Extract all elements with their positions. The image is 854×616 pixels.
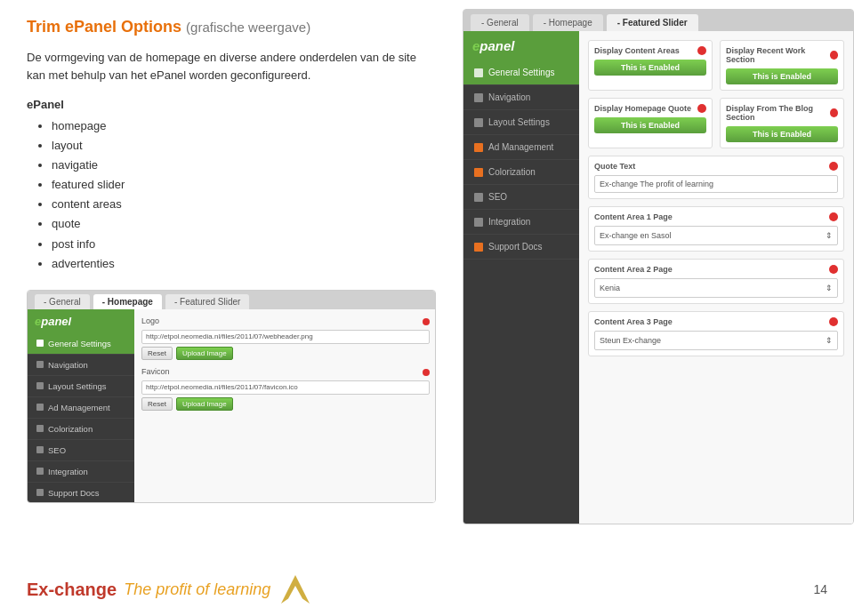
ep-nav-layout[interactable]: Layout Settings	[463, 110, 579, 135]
ep-tab-homepage[interactable]: - Homepage	[533, 14, 603, 31]
integration-icon	[36, 468, 44, 475]
mini-nav-ad[interactable]: Ad Management	[28, 397, 134, 419]
mini-tab-homepage[interactable]: - Homepage	[93, 294, 162, 309]
logo-reset-button[interactable]: Reset	[141, 347, 173, 360]
mini-nav-integration[interactable]: Integration	[28, 461, 134, 483]
ep-nav-integration[interactable]: Integration	[463, 210, 579, 235]
ep-sidebar: epanel General Settings Navigation Layou…	[463, 31, 579, 524]
ep-integration-icon	[474, 218, 483, 227]
content-areas-enabled[interactable]: This is Enabled	[594, 60, 706, 76]
display-recent-work-card: Display Recent Work Section This is Enab…	[720, 40, 844, 91]
favicon-url-display: http://etpol.neomedia.nl/files/2011/07/f…	[141, 380, 430, 395]
content-areas-header: Display Content Areas	[594, 46, 706, 55]
logo-upload-button[interactable]: Upload Image	[176, 347, 233, 360]
logo-red-dot	[423, 318, 430, 325]
favicon-field-header: Favicon	[141, 367, 430, 378]
content-area-2-header: Content Area 2 Page	[594, 265, 838, 274]
ep-tab-featured[interactable]: - Featured Slider	[607, 14, 698, 31]
homepage-quote-title: Display Homepage Quote	[594, 104, 691, 113]
content-area-3-dot	[829, 317, 838, 326]
blog-section-enabled[interactable]: This is Enabled	[726, 126, 838, 142]
blog-section-dot	[830, 108, 838, 117]
mini-tab-general[interactable]: - General	[35, 294, 90, 309]
quote-text-field[interactable]: Ex-change The profit of learning	[594, 175, 838, 193]
ep-settings-icon	[474, 68, 483, 77]
content-area-3-label: Content Area 3 Page	[594, 317, 673, 326]
homepage-quote-enabled[interactable]: This is Enabled	[594, 117, 706, 133]
display-homepage-quote-card: Display Homepage Quote This is Enabled	[588, 98, 713, 148]
ep-tab-general[interactable]: - General	[471, 14, 529, 31]
mini-body: epanel General Settings Navigation Layou…	[28, 309, 436, 503]
ep-tabs: - General - Homepage - Featured Slider	[463, 10, 853, 31]
recent-work-header: Display Recent Work Section	[726, 46, 838, 64]
display-blog-section-card: Display From The Blog Section This is En…	[720, 98, 844, 148]
quote-text-section: Quote Text Ex-change The profit of learn…	[588, 156, 844, 199]
favicon-field-group: Favicon http://etpol.neomedia.nl/files/2…	[141, 367, 430, 411]
page-title: Trim ePanel Options (grafische weergave)	[27, 18, 427, 36]
ep-nav-colorization[interactable]: Colorization	[463, 160, 579, 185]
mini-sidebar: epanel General Settings Navigation Layou…	[28, 309, 134, 503]
blog-section-title: Display From The Blog Section	[726, 104, 830, 122]
mini-nav-general-settings[interactable]: General Settings	[28, 333, 134, 355]
ep-seo-icon	[474, 193, 483, 202]
color-icon	[36, 425, 44, 432]
mini-nav-layout[interactable]: Layout Settings	[28, 376, 134, 397]
logo-label: Logo	[141, 316, 159, 325]
mini-nav-colorization[interactable]: Colorization	[28, 419, 134, 440]
quote-text-label: Quote Text	[594, 162, 635, 171]
seo-icon	[36, 446, 44, 453]
mini-tabs: - General - Homepage - Featured Slider	[28, 291, 436, 309]
list-item: featured slider	[52, 175, 427, 195]
ep-body: epanel General Settings Navigation Layou…	[463, 31, 853, 524]
favicon-reset-button[interactable]: Reset	[141, 397, 173, 411]
content-area-1-select[interactable]: Ex-change en Sasol ⇕	[594, 226, 838, 245]
content-area-3-section: Content Area 3 Page Steun Ex-change ⇕	[588, 311, 844, 356]
ad-icon	[36, 404, 44, 411]
content-area-1-label: Content Area 1 Page	[594, 212, 673, 221]
content-areas-dot	[697, 46, 706, 55]
ep-ad-icon	[474, 143, 483, 152]
ep-nav-seo[interactable]: SEO	[463, 185, 579, 210]
quote-text-header: Quote Text	[594, 162, 838, 171]
content-area-1-header: Content Area 1 Page	[594, 212, 838, 221]
recent-work-title: Display Recent Work Section	[726, 46, 830, 64]
settings-icon	[36, 340, 44, 347]
ep-nav-navigation[interactable]: Navigation	[463, 85, 579, 110]
recent-work-dot	[830, 51, 838, 60]
title-highlight: Trim ePanel Options	[27, 18, 181, 36]
ep-nav: General Settings Navigation Layout Setti…	[463, 60, 579, 260]
ep-color-icon	[474, 168, 483, 177]
homepage-quote-dot	[697, 104, 706, 113]
page-number: 14	[813, 582, 827, 596]
mini-nav-seo[interactable]: SEO	[28, 440, 134, 461]
content-area-3-select[interactable]: Steun Ex-change ⇕	[594, 331, 838, 350]
recent-work-enabled[interactable]: This is Enabled	[726, 68, 838, 84]
list-item: quote	[52, 214, 427, 234]
feature-list: homepage layout navigatie featured slide…	[27, 116, 427, 274]
support-icon	[36, 489, 44, 496]
svg-marker-0	[281, 575, 310, 604]
mini-nav-navigation[interactable]: Navigation	[28, 355, 134, 376]
display-content-areas-card: Display Content Areas This is Enabled	[588, 40, 713, 91]
footer-arrow-icon	[278, 572, 313, 607]
homepage-quote-header: Display Homepage Quote	[594, 104, 706, 113]
favicon-upload-button[interactable]: Upload Image	[176, 397, 233, 411]
list-item: content areas	[52, 195, 427, 214]
content-area-2-dot	[829, 265, 838, 274]
right-epanel-panel: - General - Homepage - Featured Slider e…	[454, 0, 854, 533]
logo-field-group: Logo http://etpol.neomedia.nl/files/2011…	[141, 316, 430, 360]
ep-nav-support[interactable]: Support Docs	[463, 235, 579, 260]
mini-nav-support[interactable]: Support Docs	[28, 483, 134, 503]
ep-nav-general-settings[interactable]: General Settings	[463, 60, 579, 85]
ep-nav-ad[interactable]: Ad Management	[463, 135, 579, 160]
select-arrow-icon: ⇕	[826, 284, 833, 292]
select-arrow-icon: ⇕	[826, 336, 833, 345]
brand-ex: Ex-change	[27, 580, 117, 599]
mini-epanel-screenshot: - General - Homepage - Featured Slider e…	[27, 290, 436, 503]
nav-icon	[36, 361, 44, 368]
content-area-3-header: Content Area 3 Page	[594, 317, 838, 326]
list-item: homepage	[52, 116, 427, 136]
content-areas-title: Display Content Areas	[594, 46, 680, 55]
content-area-2-select[interactable]: Kenia ⇕	[594, 278, 838, 298]
mini-tab-featured[interactable]: - Featured Slider	[165, 294, 249, 309]
